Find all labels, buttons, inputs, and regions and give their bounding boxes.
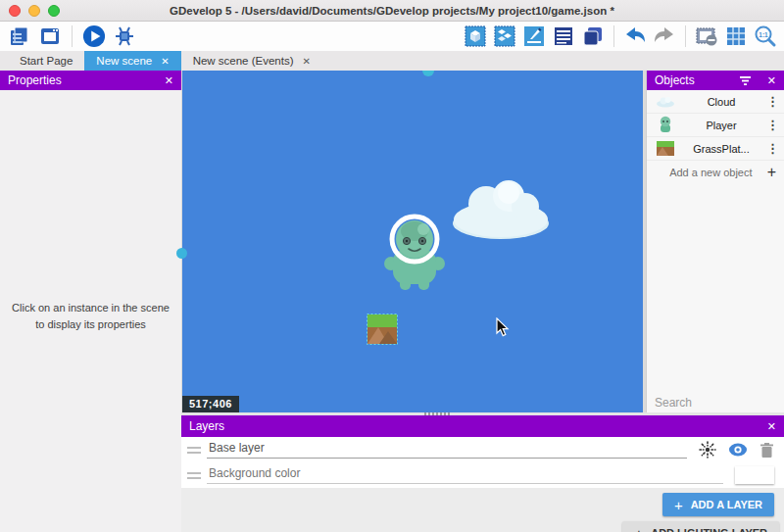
main-area: Properties ✕ Click on an instance in the… — [0, 71, 784, 532]
play-button[interactable] — [82, 24, 106, 48]
tab-label: New scene (Events) — [193, 55, 294, 67]
layer-row-background-color[interactable]: Background color — [181, 462, 784, 488]
layer-visibility-eye-icon[interactable] — [728, 442, 748, 458]
svg-text:1:1: 1:1 — [759, 31, 768, 38]
add-instances-icon[interactable] — [493, 24, 516, 48]
add-layer-button[interactable]: + ADD A LAYER — [662, 493, 774, 516]
layers-stack-icon[interactable] — [581, 24, 605, 48]
cloud-instance[interactable] — [447, 176, 555, 241]
gdevelop-window: GDevelop 5 - /Users/david/Documents/GDev… — [0, 0, 784, 532]
layers-panel: Layers ✕ Base layer — [181, 412, 784, 532]
object-menu-icon[interactable]: ⋮ — [766, 141, 778, 156]
object-row-cloud[interactable]: Cloud ⋮ — [647, 90, 784, 114]
mouse-cursor — [496, 317, 510, 337]
undo-icon[interactable] — [623, 24, 647, 48]
object-name: Player — [676, 120, 766, 131]
toolbar: 1:1 — [0, 22, 784, 51]
tab-close-icon[interactable]: ✕ — [303, 56, 311, 67]
toolbar-separator — [613, 25, 614, 47]
toolbar-separator — [685, 25, 686, 47]
object-name: Cloud — [676, 96, 766, 108]
object-menu-icon[interactable]: ⋮ — [766, 118, 778, 132]
tab-start-page[interactable]: Start Page — [8, 51, 84, 71]
minimize-window-button[interactable] — [28, 5, 40, 17]
layer-row-base[interactable]: Base layer — [181, 437, 784, 462]
filter-icon[interactable] — [739, 75, 752, 86]
layers-title: Layers — [189, 419, 760, 433]
tab-strip: Start Page New scene ✕ New scene (Events… — [0, 51, 784, 71]
drag-handle-icon[interactable] — [187, 472, 201, 479]
close-icon[interactable]: ✕ — [157, 74, 173, 87]
close-icon[interactable]: ✕ — [760, 420, 776, 433]
plus-icon: + — [674, 497, 683, 513]
plus-icon[interactable]: + — [767, 164, 776, 181]
tab-new-scene[interactable]: New scene ✕ — [84, 51, 180, 71]
grass-thumbnail-icon — [655, 141, 676, 156]
title-bar: GDevelop 5 - /Users/david/Documents/GDev… — [0, 0, 784, 22]
add-lighting-layer-label: ADD LIGHTING LAYER — [651, 527, 767, 532]
layer-name-field[interactable]: Base layer — [207, 441, 687, 459]
object-name: GrassPlat... — [676, 143, 766, 155]
properties-header: Properties ✕ — [0, 71, 181, 90]
plus-icon: + — [634, 525, 643, 532]
object-menu-icon[interactable]: ⋮ — [766, 94, 778, 109]
scene-canvas[interactable]: 517;406 — [182, 71, 643, 412]
zoom-1-1-icon[interactable]: 1:1 — [754, 24, 777, 48]
debug-icon[interactable] — [113, 24, 136, 48]
cursor-coordinates-badge: 517;406 — [182, 396, 239, 412]
scene-properties-icon[interactable] — [552, 24, 575, 48]
add-object-label: Add a new object — [655, 167, 767, 178]
object-row-player[interactable]: Player ⋮ — [647, 114, 784, 137]
toolbar-separator — [72, 25, 73, 47]
select-instance-icon[interactable] — [464, 24, 487, 48]
object-row-grassplatform[interactable]: GrassPlat... ⋮ — [647, 137, 784, 161]
object-search-input[interactable] — [655, 396, 784, 410]
layer-delete-trash-icon[interactable] — [760, 442, 774, 459]
tab-close-icon[interactable]: ✕ — [161, 56, 169, 67]
divider-drag-handle[interactable] — [424, 412, 450, 415]
close-icon[interactable]: ✕ — [760, 74, 776, 87]
layers-footer: + ADD A LAYER + ADD LIGHTING LAYER — [181, 488, 784, 532]
panel-resize-handle[interactable] — [176, 248, 187, 259]
layer-effects-icon[interactable] — [699, 441, 716, 459]
properties-empty-message: Click on an instance in the scene to dis… — [0, 300, 181, 332]
project-manager-icon[interactable] — [8, 24, 31, 48]
edit-scene-icon[interactable] — [522, 24, 546, 48]
close-window-button[interactable] — [9, 5, 21, 17]
scene-top-resize-handle[interactable] — [422, 71, 434, 76]
properties-panel: Properties ✕ Click on an instance in the… — [0, 71, 181, 532]
background-color-label: Background color — [207, 466, 723, 484]
grass-platform-instance[interactable] — [367, 314, 398, 345]
layers-header: Layers ✕ — [181, 415, 784, 437]
add-lighting-layer-button[interactable]: + ADD LIGHTING LAYER — [622, 521, 779, 532]
zoom-window-button[interactable] — [48, 5, 60, 17]
player-thumbnail-icon — [655, 116, 676, 134]
objects-panel: Objects ✕ Cloud ⋮ — [646, 71, 784, 415]
add-layer-label: ADD A LAYER — [691, 499, 762, 510]
objects-header: Objects ✕ — [647, 71, 784, 90]
redo-icon[interactable] — [653, 24, 676, 48]
add-object-row[interactable]: Add a new object + — [647, 161, 784, 184]
tab-new-scene-events[interactable]: New scene (Events) ✕ — [181, 51, 322, 71]
objects-title: Objects — [655, 73, 739, 87]
tab-label: New scene — [96, 55, 152, 67]
toggle-mask-icon[interactable] — [695, 24, 718, 48]
layers-panel-divider[interactable] — [181, 412, 784, 415]
background-color-swatch[interactable] — [735, 466, 774, 484]
drag-handle-icon[interactable] — [187, 447, 201, 454]
tab-label: Start Page — [20, 55, 73, 67]
window-title: GDevelop 5 - /Users/david/Documents/GDev… — [0, 5, 784, 17]
player-instance-selected[interactable] — [378, 208, 451, 298]
cloud-thumbnail-icon — [655, 96, 676, 108]
properties-title: Properties — [8, 73, 157, 87]
grid-icon[interactable] — [724, 24, 748, 48]
start-page-icon[interactable] — [38, 24, 62, 48]
